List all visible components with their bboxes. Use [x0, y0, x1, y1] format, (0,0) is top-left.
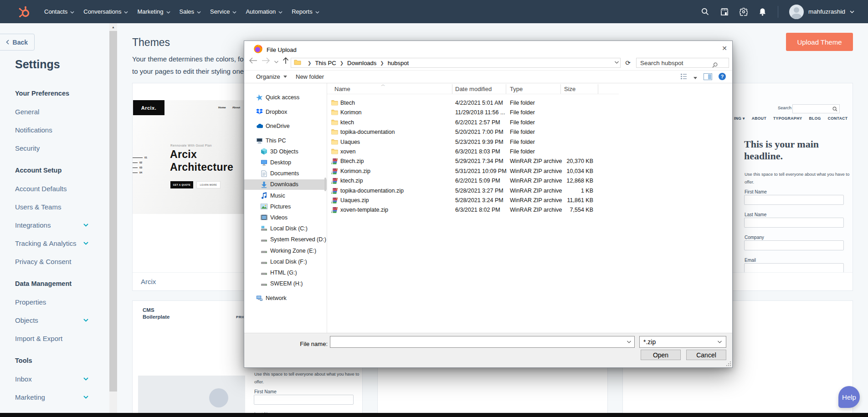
nav-menu-sales[interactable]: Sales: [180, 8, 201, 15]
file-type-select[interactable]: *.zip: [639, 336, 726, 348]
file-row[interactable]: Btech4/22/2021 5:01 AMFile folder: [327, 98, 732, 108]
file-row[interactable]: topika-documentation5/20/2021 7:00 PMFil…: [327, 127, 732, 137]
tree-item-sweem-h-[interactable]: SWEEM (H:): [244, 279, 327, 289]
column-header-name[interactable]: Name: [334, 83, 350, 94]
file-row[interactable]: xoven6/3/2021 8:03 PMFile folder: [327, 147, 732, 157]
sidebar-item-general[interactable]: General: [15, 102, 95, 121]
cancel-button[interactable]: Cancel: [686, 350, 726, 360]
sidebar-item-notifications[interactable]: Notifications: [15, 121, 95, 139]
arcix-tagline: Rennovate With Good Plan: [170, 144, 212, 147]
tree-item-documents[interactable]: Documents: [244, 168, 327, 179]
nav-menu-automation[interactable]: Automation: [246, 8, 282, 15]
file-row[interactable]: ktech.zip6/2/2021 5:09 PMWinRAR ZIP arch…: [327, 176, 732, 186]
tree-item-desktop[interactable]: Desktop: [244, 157, 327, 168]
tree-item-pictures[interactable]: Pictures: [244, 201, 327, 212]
breadcrumb-separator: ❯: [304, 61, 315, 66]
tree-item-music[interactable]: Music: [244, 190, 327, 201]
nav-menu-marketing[interactable]: Marketing: [137, 8, 170, 15]
tree-item-local-disk-c-[interactable]: Local Disk (C:): [244, 224, 327, 234]
help-icon[interactable]: ?: [719, 73, 726, 81]
preview-pane-icon[interactable]: [704, 73, 712, 81]
tree-item-quick-access[interactable]: Quick access: [244, 92, 327, 103]
close-icon[interactable]: ✕: [720, 44, 729, 52]
sidebar-item-inbox[interactable]: Inbox: [15, 370, 95, 388]
view-dropdown-icon[interactable]: [693, 74, 697, 81]
breadcrumb-item[interactable]: This PC: [315, 60, 336, 66]
column-header-date[interactable]: Date modified: [455, 83, 492, 94]
tree-item-dropbox[interactable]: Dropbox: [244, 107, 327, 117]
new-folder-button[interactable]: New folder: [296, 73, 324, 80]
recent-locations-icon[interactable]: [274, 58, 278, 65]
file-row[interactable]: Uaques.zip5/28/2021 3:24 PMWinRAR ZIP ar…: [327, 196, 732, 205]
column-header-size[interactable]: Size: [564, 83, 575, 94]
help-button[interactable]: Help: [838, 386, 860, 408]
tree-item-onedrive[interactable]: OneDrive: [244, 121, 327, 132]
sidebar-item-objects[interactable]: Objects: [15, 311, 95, 329]
tree-item-local-disk-f-[interactable]: Local Disk (F:): [244, 256, 327, 267]
sidebar-item-security[interactable]: Security: [15, 139, 95, 157]
search-icon[interactable]: [701, 8, 709, 16]
breadcrumb-item[interactable]: hubspot: [388, 60, 409, 66]
nav-menu-conversations[interactable]: Conversations: [83, 8, 128, 15]
file-row[interactable]: Btech.zip5/29/2021 7:34 PMWinRAR ZIP arc…: [327, 157, 732, 166]
sidebar-item-integrations[interactable]: Integrations: [15, 216, 95, 234]
file-name-input[interactable]: [330, 336, 635, 348]
column-header-type[interactable]: Type: [510, 83, 523, 94]
sidebar-item-users-teams[interactable]: Users & Teams: [15, 198, 95, 216]
settings-gear-icon[interactable]: [740, 8, 748, 16]
hubspot-logo-icon[interactable]: [18, 6, 30, 18]
scroll-up-arrow[interactable]: ▲: [109, 23, 117, 31]
back-button[interactable]: Back: [0, 34, 35, 51]
file-name-dropdown-icon[interactable]: [627, 339, 631, 344]
dialog-titlebar[interactable]: File Upload: [253, 44, 297, 55]
tree-item-downloads[interactable]: Downloads: [244, 179, 327, 190]
nav-menu-service[interactable]: Service: [210, 8, 236, 15]
pictures-icon: [261, 203, 267, 210]
file-row[interactable]: Korimon.zip5/31/2021 10:09 PMWinRAR ZIP …: [327, 167, 732, 176]
file-row[interactable]: Korimon11/29/2018 11:56 ...File folder: [327, 108, 732, 117]
upload-theme-button[interactable]: Upload Theme: [786, 33, 853, 51]
notifications-bell-icon[interactable]: [759, 8, 767, 16]
file-row[interactable]: ktech6/2/2021 2:57 PMFile folder: [327, 118, 732, 127]
dialog-search-input[interactable]: Search hubspot: [636, 58, 729, 68]
marketplace-icon[interactable]: [720, 8, 729, 16]
sidebar-item-account-defaults[interactable]: Account Defaults: [15, 179, 95, 198]
sidebar-item-import-export[interactable]: Import & Export: [15, 329, 95, 347]
tree-item-videos[interactable]: Videos: [244, 212, 327, 223]
address-bar[interactable]: ❯This PC❯Downloads❯hubspot: [291, 58, 621, 68]
open-button[interactable]: Open: [641, 350, 681, 360]
tree-item-label: System Reserved (D:): [270, 236, 326, 243]
tree-item-system-reserved-d-[interactable]: System Reserved (D:): [244, 234, 327, 245]
sidebar-item-properties[interactable]: Properties: [15, 293, 95, 311]
tree-item-network[interactable]: Network: [244, 293, 327, 303]
user-menu[interactable]: mahfuzrashid: [789, 5, 854, 19]
sidebar-item-tracking-analytics[interactable]: Tracking & Analytics: [15, 234, 95, 252]
sort-ascending-icon[interactable]: ︿: [381, 83, 385, 88]
address-dropdown-icon[interactable]: [615, 60, 619, 65]
nav-menu-reports[interactable]: Reports: [292, 8, 319, 15]
tree-item-this-pc[interactable]: This PC: [244, 135, 327, 146]
tree-item-working-zone-e-[interactable]: Working Zone (E:): [244, 245, 327, 256]
tree-item-3d-objects[interactable]: 3D Objects: [244, 146, 327, 157]
page-scrollbar[interactable]: ▲: [109, 23, 117, 417]
view-list-icon[interactable]: [680, 73, 687, 81]
file-row[interactable]: topika-documentation.zip5/28/2021 3:27 P…: [327, 186, 732, 196]
up-arrow-icon[interactable]: [282, 57, 289, 66]
file-row[interactable]: Uaques5/23/2021 9:39 PMFile folder: [327, 137, 732, 147]
tree-item-label: OneDrive: [266, 123, 290, 129]
file-row[interactable]: xoven-template.zip6/3/2021 8:02 PMWinRAR…: [327, 205, 732, 215]
sidebar-item-marketing[interactable]: Marketing: [15, 388, 95, 406]
nav-menu-contacts[interactable]: Contacts: [44, 8, 74, 15]
breadcrumb-item[interactable]: Downloads: [347, 60, 376, 66]
taskbar[interactable]: [0, 413, 868, 417]
forward-arrow-icon[interactable]: [262, 57, 270, 65]
organize-button[interactable]: Organize: [256, 73, 287, 80]
resize-grip[interactable]: [726, 361, 731, 366]
tree-scrollbar-thumb[interactable]: [324, 178, 326, 191]
back-arrow-icon[interactable]: [249, 57, 257, 65]
sidebar-item-privacy-consent[interactable]: Privacy & Consent: [15, 252, 95, 270]
tree-item-label: Quick access: [266, 94, 299, 101]
refresh-icon[interactable]: ⟳: [623, 58, 633, 68]
tree-item-html-g-[interactable]: HTML (G:): [244, 267, 327, 278]
scrollbar-thumb[interactable]: [109, 31, 117, 392]
